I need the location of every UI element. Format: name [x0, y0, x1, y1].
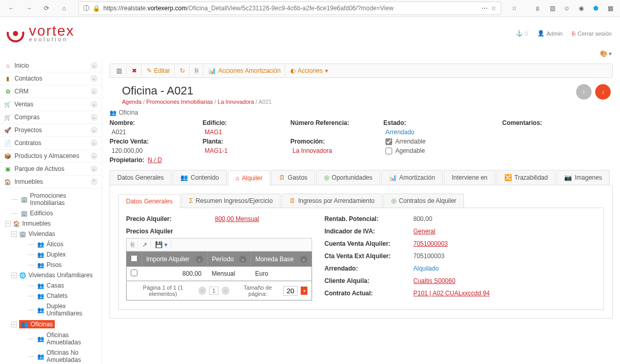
tb-refresh-button[interactable]: ↻ — [176, 65, 190, 76]
label-numref: Número Referencia: — [290, 119, 378, 126]
tree-casas[interactable]: —👥Casas — [2, 280, 102, 291]
bc-innov[interactable]: La Innovadora — [218, 99, 254, 105]
tree-promociones[interactable]: —🏢Promociones Inmobiliarias — [2, 191, 102, 208]
address-bar[interactable]: ⓘ 🔒 https://realstate.vortexerp.com/Ofic… — [79, 2, 501, 15]
grid-new-button[interactable]: ⎘ — [128, 240, 138, 249]
cb-agendable[interactable]: Agendable — [383, 147, 497, 154]
page-size-input[interactable] — [283, 286, 298, 296]
home-button[interactable]: ⌂ — [57, 2, 71, 15]
notif-bell[interactable]: ⚓ 0 — [516, 30, 528, 37]
logo[interactable]: vortex evolution — [6, 24, 74, 43]
next-record-button[interactable]: ↓ — [595, 84, 611, 100]
tree-chalets[interactable]: —👥Chalets — [2, 291, 102, 301]
subtab-ingresos[interactable]: 🗓Ingresos por Arrendamiento — [282, 194, 382, 208]
cb-arrendable[interactable]: Arrendable — [383, 138, 497, 145]
reader-icon[interactable]: ☆ — [491, 5, 497, 12]
group-icon: 👥 — [37, 241, 44, 248]
star-icon[interactable]: ☆ — [508, 3, 520, 14]
col-checkbox[interactable] — [127, 252, 142, 267]
tab-imagenes[interactable]: 📷Imagenes — [556, 170, 610, 185]
logout-link[interactable]: ⎘ Cerrar sesión — [572, 30, 612, 37]
account-icon[interactable]: ◉ — [576, 3, 587, 14]
tab-trazabilidad[interactable]: 🔀Trazabilidad — [497, 170, 556, 185]
sort-icon[interactable]: ⌄ — [196, 256, 203, 263]
pager-page[interactable]: 1 — [209, 287, 219, 295]
tree-aticos[interactable]: —👥Áticos — [2, 239, 102, 249]
admin-link[interactable]: 👤 Admin — [537, 30, 563, 37]
tb-edit-button[interactable]: ✎Editar — [143, 65, 175, 76]
tree-viviendas-unif[interactable]: −🌐Viviendas Unifamiliares — [2, 270, 102, 280]
group-icon: 👥 — [110, 109, 117, 116]
prev-record-button[interactable]: ↑ — [576, 84, 592, 100]
reload-button[interactable]: ⟳ — [39, 2, 54, 15]
sidebar-item-compras[interactable]: 🛒Compras⌄ — [0, 111, 102, 124]
tb-grid-button[interactable]: ▥ — [112, 65, 127, 76]
tree-oficinas[interactable]: −👥Oficinas — [2, 319, 102, 330]
tree-inmuebles[interactable]: −🏠Inmuebles — [2, 218, 102, 229]
pager-prev[interactable]: ‹ — [198, 287, 206, 295]
col-periodo[interactable]: Período⌄ — [208, 252, 251, 267]
palette-icon[interactable]: 🎨 — [600, 50, 608, 57]
tb-amort-button[interactable]: 📊Acciones Amortización — [204, 65, 285, 76]
sort-icon[interactable]: ⌄ — [239, 256, 246, 263]
forward-button[interactable]: → — [22, 2, 36, 15]
tab-datos-generales[interactable]: Datos Generales — [110, 170, 172, 185]
cell-periodo: Mensual — [208, 267, 251, 281]
tree-viviendas[interactable]: −🏢Viviendas — [2, 229, 102, 239]
tree-duplex-unif[interactable]: —👥Duplex Unifamiliares — [2, 301, 102, 319]
table-row[interactable]: 800,00 Mensual Euro — [127, 267, 312, 281]
tree-oficinas-noamueb[interactable]: —👥Oficinas No Amuebladas — [2, 347, 102, 364]
tb-close-button[interactable]: ✖ — [128, 65, 142, 76]
more-icon[interactable]: ⋯ — [482, 5, 488, 12]
tree-duplex[interactable]: —👥Duplex — [2, 249, 102, 260]
row-checkbox[interactable] — [131, 270, 137, 276]
library-icon[interactable]: ⫼ — [532, 3, 544, 14]
tab-gastos[interactable]: 🗓Gastos — [271, 170, 315, 185]
tb-export-button[interactable]: ⎘ — [191, 65, 203, 76]
tree-edificios[interactable]: —🏢Edificios — [2, 208, 102, 218]
sidebar-item-ventas[interactable]: 🛒Ventas⌄ — [0, 98, 102, 111]
page-size-dd[interactable]: ▾ — [301, 287, 307, 295]
sidebar-icon[interactable]: ▥ — [547, 3, 558, 14]
value-estado: Arrendado — [383, 129, 497, 136]
bc-agenda[interactable]: Agenda — [122, 99, 142, 105]
sidebar-item-proyectos[interactable]: 🚀Proyectos⌄ — [0, 124, 102, 137]
sidebar-item-activos[interactable]: ▣Parque de Activos⌄ — [0, 163, 102, 176]
tab-oportunidades[interactable]: ◎Oportunidades — [316, 170, 380, 185]
grid-save-button[interactable]: 💾 ▾ — [152, 240, 171, 249]
tb-actions-button[interactable]: ◐Acciones ▾ — [286, 65, 332, 76]
tab-interviene[interactable]: Interviene en — [444, 170, 495, 185]
sidebar-item-productos[interactable]: 📦Productos y Almacenes⌄ — [0, 150, 102, 163]
tree-oficinas-amueb[interactable]: —👥Oficinas Amuebladas — [2, 330, 102, 347]
back-button[interactable]: ← — [4, 2, 19, 15]
sidebar-item-inicio[interactable]: ⌂Inicio⌄ — [0, 59, 102, 72]
palette-caret-icon[interactable]: ▾ — [609, 50, 612, 57]
col-importe[interactable]: Importe Alquiler⌄ — [142, 252, 208, 267]
sidebar-item-contactos[interactable]: ▮Contactos⌄ — [0, 72, 102, 85]
sidebar-item-contratos[interactable]: 📄Contratos⌄ — [0, 137, 102, 150]
pager-next[interactable]: › — [222, 287, 229, 295]
col-moneda[interactable]: Moneda Base⌄ — [251, 252, 312, 267]
tab-amortizacion[interactable]: 📊Amortización — [381, 170, 443, 185]
tab-contenido[interactable]: 👥Contenido — [173, 170, 227, 185]
bc-promo[interactable]: Promociones Inmobiliarias — [146, 99, 213, 105]
sort-icon[interactable]: ⌄ — [300, 256, 307, 263]
exit-icon: ⎘ — [572, 30, 576, 37]
ext1-icon[interactable]: ⬢ — [590, 3, 601, 14]
subtab-datos-generales[interactable]: Datos Generales — [118, 194, 180, 208]
subtab-contratos[interactable]: ◎Contratos de Alquiler — [383, 194, 464, 208]
face-icon[interactable]: ☺ — [561, 3, 572, 14]
sidebar-item-crm[interactable]: ✿CRM⌄ — [0, 85, 102, 98]
collapse-icon[interactable]: − — [5, 221, 11, 227]
collapse-icon[interactable]: − — [11, 322, 17, 327]
cart-icon: 🛒 — [4, 114, 11, 121]
ext2-icon[interactable]: ▦ — [605, 3, 616, 14]
sidebar-item-inmuebles[interactable]: 🏠Inmuebles⌃ — [0, 176, 102, 188]
grid-open-button[interactable]: ↗ — [139, 240, 151, 249]
collapse-icon[interactable]: − — [11, 273, 17, 278]
subtab-resumen[interactable]: ΣResumen Ingresos/Ejercicio — [181, 194, 281, 208]
label-estado: Estado: — [383, 119, 497, 126]
tree-pisos[interactable]: —👥Pisos — [2, 260, 102, 270]
tab-alquiler[interactable]: ⌂Alquiler — [228, 170, 270, 185]
collapse-icon[interactable]: − — [11, 231, 17, 237]
